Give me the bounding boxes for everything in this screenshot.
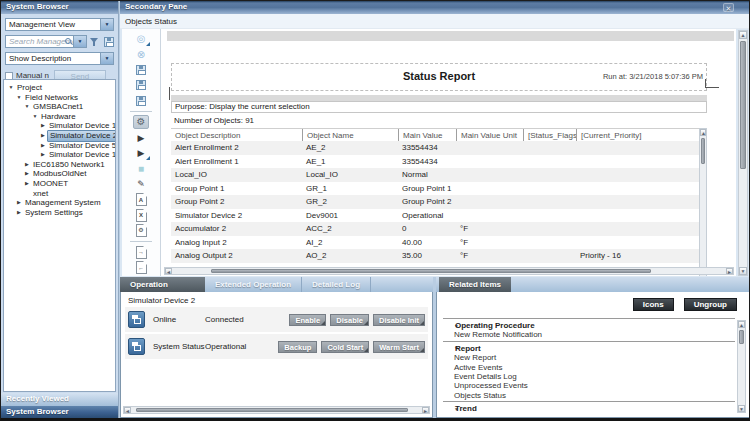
ungroup-button[interactable]: Ungroup: [684, 298, 737, 311]
system-browser-footer-bar[interactable]: System Browser: [1, 406, 118, 419]
tree-item-gmsbacnet1[interactable]: ▼GMSBACnet1: [4, 102, 115, 112]
scroll-thumb[interactable]: [701, 138, 705, 164]
table-row[interactable]: Alert Enrollment 2AE_233554434: [171, 141, 707, 155]
close-icon[interactable]: ✕: [723, 3, 734, 12]
tree-item-xnet[interactable]: xnet: [4, 189, 115, 199]
related-group-trend[interactable]: ▼Trend: [443, 404, 735, 413]
related-items-scrollbar[interactable]: ▲ ▼: [737, 320, 746, 413]
tree-item-modbusoldnet[interactable]: ▶ModbusOldNet: [4, 169, 115, 179]
chevron-collapsed-icon[interactable]: ▶: [39, 150, 47, 160]
scroll-up-icon[interactable]: ▲: [700, 129, 706, 136]
tree-item-field-networks[interactable]: ▼Field Networks: [4, 93, 115, 103]
chevron-expanded-icon[interactable]: ▼: [15, 93, 23, 103]
save-as-icon[interactable]: [133, 78, 149, 92]
pane-vertical-scrollbar[interactable]: ▲ ▼: [738, 30, 748, 276]
objects-status-tab[interactable]: Objects Status: [120, 14, 750, 29]
tab-detailed-log[interactable]: Detailed Log: [302, 277, 371, 292]
tab-extended-operation[interactable]: Extended Operation: [205, 277, 302, 292]
warm-start-button[interactable]: Warm Start: [373, 341, 425, 353]
report-horizontal-scrollbar[interactable]: ◄ ►: [164, 267, 734, 275]
operation-horizontal-scrollbar[interactable]: ◄ ►: [123, 406, 430, 414]
scroll-thumb[interactable]: [739, 330, 744, 344]
chevron-collapsed-icon[interactable]: ▶: [39, 121, 47, 131]
import-icon[interactable]: ←: [133, 261, 149, 275]
run-options-icon[interactable]: ▶: [133, 146, 149, 160]
filter-icon[interactable]: [90, 37, 100, 47]
system-browser-header[interactable]: System Browser: [1, 1, 118, 14]
tab-operation[interactable]: Operation: [120, 277, 205, 292]
report-settings-icon[interactable]: ⚙: [133, 224, 149, 238]
chevron-collapsed-icon[interactable]: ▶: [23, 169, 31, 179]
display-mode-selector[interactable]: Show Description ▼: [5, 52, 114, 65]
stop-icon[interactable]: ■: [133, 162, 149, 176]
tab-related-items[interactable]: Related Items: [439, 277, 511, 292]
related-item-objects-status[interactable]: Objects Status: [443, 391, 735, 400]
tree-item-moonet[interactable]: ▶MOONET: [4, 179, 115, 189]
scroll-down-icon[interactable]: ▼: [739, 267, 747, 275]
related-item-event-details-log[interactable]: Event Details Log: [443, 372, 735, 381]
chevron-collapsed-icon[interactable]: ▶: [39, 131, 47, 141]
relations-icon[interactable]: ◎: [133, 32, 149, 46]
related-group-report[interactable]: ▼Report: [443, 344, 735, 353]
chevron-expanded-icon[interactable]: ▼: [31, 112, 39, 122]
table-row[interactable]: Accumulator 2ACC_20°F: [171, 222, 707, 236]
chevron-collapsed-icon[interactable]: ▶: [15, 198, 23, 208]
table-row[interactable]: Group Point 2GR_2Group Point 2: [171, 195, 707, 209]
related-item-active-events[interactable]: Active Events: [443, 363, 735, 372]
column-header-main-value[interactable]: Main Value: [398, 129, 456, 141]
scroll-up-icon[interactable]: ▲: [739, 31, 747, 39]
enable-button[interactable]: Enable: [289, 314, 326, 326]
recently-viewed-bar[interactable]: Recently Viewed: [1, 393, 118, 406]
related-item-new-report[interactable]: New Report: [443, 353, 735, 362]
disable-init-button[interactable]: Disable Init: [373, 314, 425, 326]
column-header-object-description[interactable]: Object Description: [171, 129, 302, 141]
scroll-thumb[interactable]: [740, 41, 746, 169]
scroll-down-icon[interactable]: ▼: [738, 405, 745, 412]
icons-button[interactable]: Icons: [633, 298, 674, 311]
tree-item-simulator-device-50[interactable]: ▶Simulator Device 50: [4, 141, 115, 151]
run-icon[interactable]: ▶: [133, 131, 149, 145]
table-row[interactable]: Alert Enrollment 1AE_133554434: [171, 155, 707, 169]
disable-button[interactable]: Disable: [330, 314, 369, 326]
backup-button[interactable]: Backup: [278, 341, 317, 353]
report-title-selection[interactable]: Status Report Run at: 3/21/2018 5:07:36 …: [171, 63, 707, 91]
chevron-expanded-icon[interactable]: ▼: [23, 102, 31, 112]
save-search-icon[interactable]: [104, 37, 114, 47]
cancel-icon[interactable]: ⊗: [133, 48, 149, 62]
scroll-thumb[interactable]: [136, 408, 408, 412]
export-icon[interactable]: →: [133, 245, 149, 259]
tree-item-hardware[interactable]: ▼Hardware: [4, 112, 115, 122]
scroll-right-icon[interactable]: ►: [726, 268, 733, 274]
column-header-main-value-unit[interactable]: Main Value Unit: [456, 129, 523, 141]
chevron-expanded-icon[interactable]: ▼: [7, 83, 15, 93]
chevron-collapsed-icon[interactable]: ▶: [39, 141, 47, 151]
tree-item-iec61850-network1[interactable]: ▶IEC61850 Network1: [4, 160, 115, 170]
table-row[interactable]: Simulator Device 2Dev9001Operational: [171, 209, 707, 223]
save-all-icon[interactable]: [133, 94, 149, 108]
table-row[interactable]: Analog Output 2AO_235.00°FPriority - 16: [171, 249, 707, 263]
table-row[interactable]: Local_IOLocal_IONormal: [171, 168, 707, 182]
tree-item-simulator-device-2[interactable]: ▶Simulator Device 2: [4, 131, 115, 141]
related-item-new-remote-notification[interactable]: New Remote Notification: [443, 330, 735, 339]
view-selector[interactable]: Management View ▼: [5, 18, 114, 31]
column-header-object-name[interactable]: Object Name: [302, 129, 398, 141]
chevron-collapsed-icon[interactable]: ▶: [15, 208, 23, 218]
save-icon[interactable]: [133, 63, 149, 77]
edit-icon[interactable]: ✎: [133, 177, 149, 191]
chevron-collapsed-icon[interactable]: ▶: [23, 160, 31, 170]
chevron-down-icon[interactable]: ▼: [100, 19, 113, 30]
tree-item-management-system[interactable]: ▶Management System: [4, 198, 115, 208]
cold-start-button[interactable]: Cold Start: [321, 341, 369, 353]
column-header-status-flags[interactable]: [Status_Flags]: [523, 129, 576, 141]
table-vertical-scrollbar[interactable]: ▲ ▼: [699, 128, 707, 276]
chevron-collapsed-icon[interactable]: ▶: [23, 179, 31, 189]
scroll-right-icon[interactable]: ►: [422, 407, 429, 413]
table-row[interactable]: Analog Input 2AI_240.00°F: [171, 236, 707, 250]
tree-item-project[interactable]: ▼Project: [4, 83, 115, 93]
related-item-unprocessed-events[interactable]: Unprocessed Events: [443, 381, 735, 390]
scroll-left-icon[interactable]: ◄: [165, 268, 172, 274]
table-row[interactable]: Group Point 1GR_1Group Point 1: [171, 182, 707, 196]
related-group-operating-procedure[interactable]: ▼Operating Procedure: [443, 321, 735, 330]
tree-item-simulator-device-100[interactable]: ▶Simulator Device 100: [4, 150, 115, 160]
settings-icon[interactable]: ⚙: [133, 115, 149, 129]
